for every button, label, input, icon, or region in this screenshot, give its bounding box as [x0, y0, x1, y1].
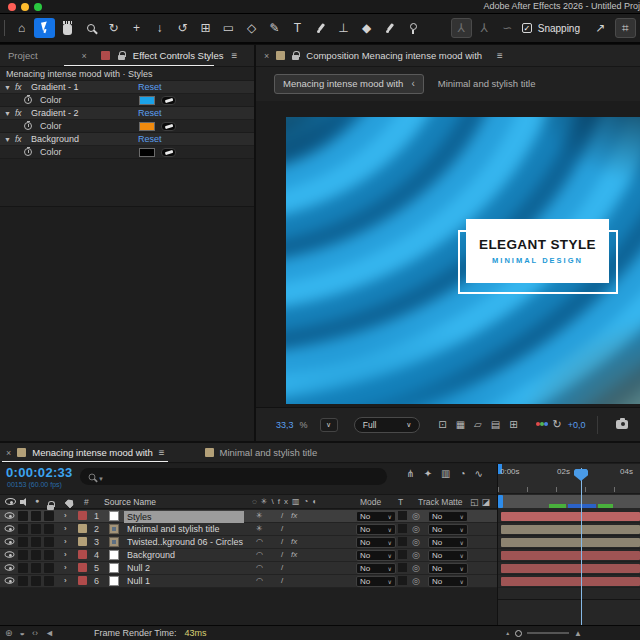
close-tab-icon[interactable]: × — [264, 51, 269, 61]
snap-options-icon[interactable]: ⌗ — [615, 18, 636, 38]
collapse-switch-icon[interactable]: ◠ — [256, 563, 263, 572]
comp-tab-active[interactable]: Menacing intense mood with ‹ — [274, 74, 424, 94]
layer-duration-bar[interactable] — [501, 551, 640, 561]
draft-3d-icon[interactable]: ✦ — [424, 468, 432, 479]
mode-dropdown[interactable]: No∨ — [356, 537, 396, 548]
mode-dropdown[interactable]: No∨ — [356, 576, 396, 587]
type-tool[interactable]: T — [287, 18, 308, 38]
quality-switch-icon[interactable]: / — [281, 537, 283, 546]
quality-switch-icon[interactable]: / — [281, 550, 283, 559]
reset-exposure-icon[interactable]: ↻ — [552, 418, 561, 431]
layer-label-chip[interactable] — [78, 537, 87, 546]
twirl-down-icon[interactable]: ▼ — [4, 136, 11, 143]
eyedropper-icon[interactable] — [161, 122, 176, 131]
speaker-icon[interactable] — [20, 498, 29, 507]
layer-row[interactable]: ›6Null 1◠/No∨◎No∨ — [0, 575, 497, 588]
twirl-right-icon[interactable]: › — [64, 524, 67, 533]
layer-duration-bar[interactable] — [501, 577, 640, 587]
roto-brush-tool[interactable] — [379, 18, 400, 38]
quality-switch-icon[interactable]: / — [281, 563, 283, 572]
home-tool[interactable]: ⌂ — [11, 18, 32, 38]
reset-button[interactable]: Reset — [138, 82, 162, 92]
empty-switch-cell[interactable] — [31, 524, 41, 534]
twirl-down-icon[interactable]: ▼ — [4, 84, 11, 91]
globe-circle-icon[interactable]: ⊛ — [5, 628, 13, 638]
mode-dropdown[interactable]: No∨ — [356, 524, 396, 535]
speaker-flag-icon[interactable]: ◄ — [45, 628, 54, 638]
chevron-left-icon[interactable]: ‹ — [411, 78, 414, 89]
eyedropper-icon[interactable] — [161, 96, 176, 105]
visibility-eye-icon[interactable] — [5, 538, 15, 544]
stopwatch-icon[interactable] — [24, 148, 32, 156]
collapse-transformations-icon[interactable]: ✳ — [261, 497, 272, 506]
visibility-eye-icon[interactable] — [5, 512, 15, 518]
empty-switch-cell[interactable] — [18, 537, 28, 547]
quality-switch-icon[interactable]: / — [281, 511, 283, 520]
quality-switch-icon[interactable]: / — [281, 576, 283, 585]
graph-editor-icon[interactable]: ∿ — [475, 468, 483, 479]
lock-icon[interactable] — [118, 55, 125, 60]
fx-switch-icon[interactable]: fx — [291, 511, 297, 520]
twirl-right-icon[interactable]: › — [64, 576, 67, 585]
twirl-right-icon[interactable]: › — [64, 537, 67, 546]
layer-row[interactable]: ›3Twisted..kground 06 - Circles◠/fxNo∨◎N… — [0, 536, 497, 549]
twirl-right-icon[interactable]: › — [64, 563, 67, 572]
empty-switch-cell[interactable] — [31, 563, 41, 573]
twirl-right-icon[interactable]: › — [64, 550, 67, 559]
pan-behind-tool[interactable]: ⊞ — [195, 18, 216, 38]
clone-stamp-tool[interactable]: ⊥ — [333, 18, 354, 38]
empty-switch-cell[interactable] — [31, 511, 41, 521]
track-matte-icon[interactable]: ◎ — [412, 563, 420, 573]
track-matte-icon[interactable]: ◎ — [412, 576, 420, 586]
track-matte-icon[interactable]: ◎ — [412, 524, 420, 534]
rotation-tool[interactable]: ↺ — [172, 18, 193, 38]
composition-flowchart-icon[interactable]: ⊞ — [509, 419, 517, 430]
collapse-switch-icon[interactable]: ◠ — [256, 537, 263, 546]
minimize-button[interactable] — [21, 3, 29, 11]
region-of-interest-icon[interactable]: ⊡ — [438, 419, 446, 430]
visibility-eye-icon[interactable] — [5, 551, 15, 557]
puppet-pin-tool[interactable] — [402, 18, 423, 38]
layer-row[interactable]: ›5Null 2◠/No∨◎No∨ — [0, 562, 497, 575]
collapse-switch-icon[interactable]: ◠ — [256, 576, 263, 585]
rectangle-tool[interactable]: ▭ — [218, 18, 239, 38]
layer-name[interactable]: Styles — [124, 511, 244, 523]
zoom-tool[interactable] — [80, 18, 101, 38]
tab-project[interactable]: Project — [8, 50, 38, 61]
zoom-dropdown-icon[interactable]: ∨ — [320, 418, 338, 432]
layer-name[interactable]: Null 1 — [127, 576, 150, 586]
timeline-search-input[interactable]: ▼ — [80, 468, 387, 485]
eyedropper-icon[interactable] — [161, 148, 176, 157]
visibility-eye-icon[interactable] — [5, 564, 15, 570]
layer-name[interactable]: Background — [127, 550, 175, 560]
empty-switch-cell[interactable] — [44, 563, 54, 573]
layer-label-chip[interactable] — [78, 550, 87, 559]
empty-switch-cell[interactable] — [44, 550, 54, 560]
stopwatch-icon[interactable] — [24, 122, 32, 130]
visibility-eye-icon[interactable] — [5, 525, 15, 531]
zoom-button[interactable] — [34, 3, 42, 11]
layer-row[interactable]: ›4Background◠/fxNo∨◎No∨ — [0, 549, 497, 562]
empty-switch-cell[interactable] — [18, 563, 28, 573]
color-swatch[interactable] — [139, 148, 155, 157]
t-cell[interactable] — [398, 550, 407, 559]
track-matte-dropdown[interactable]: No∨ — [428, 524, 468, 535]
mode-dropdown[interactable]: No∨ — [356, 563, 396, 574]
mode-column-header[interactable]: Mode — [360, 497, 381, 507]
reset-button[interactable]: Reset — [138, 134, 162, 144]
eraser-tool[interactable]: ◆ — [356, 18, 377, 38]
panel-menu-icon[interactable]: ≡ — [159, 447, 165, 458]
mask-visibility-icon[interactable]: ▱ — [474, 419, 482, 430]
current-timecode[interactable]: 0:00:02:33 — [6, 465, 73, 480]
empty-switch-cell[interactable] — [18, 511, 28, 521]
track-matte-dropdown[interactable]: No∨ — [428, 576, 468, 587]
collapse-switch-icon[interactable]: ✳ — [256, 511, 263, 520]
layer-duration-bar[interactable] — [501, 512, 640, 522]
comp-tab-inactive[interactable]: Minimal and stylish title — [438, 78, 536, 89]
work-area-start-handle[interactable] — [498, 495, 503, 508]
zoom-slider-knob[interactable] — [515, 630, 522, 637]
track-matte-column-header[interactable]: Track Matte — [418, 497, 463, 507]
channel-icon[interactable] — [536, 420, 547, 430]
label-tag-icon[interactable] — [64, 497, 75, 508]
zoom-out-mountain-icon[interactable]: ▲ — [505, 630, 510, 636]
